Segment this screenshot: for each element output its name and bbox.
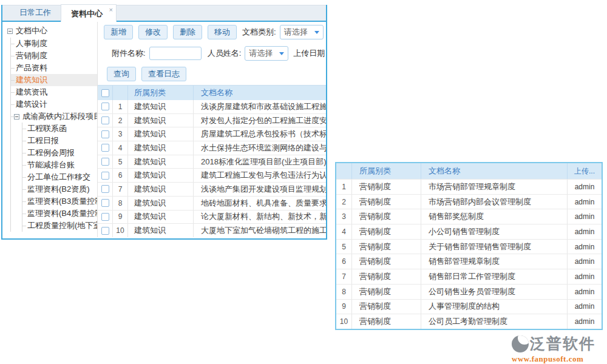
table-row[interactable]: 8 营销制度 公司销售业务员管理制度 admin bbox=[336, 284, 602, 299]
tree-item[interactable]: 工程例会周报 bbox=[22, 147, 97, 159]
tree-item-label: 工程日报 bbox=[27, 136, 59, 145]
tree-item[interactable]: 工程联系函 bbox=[22, 123, 97, 135]
tree-item[interactable]: 工程日报 bbox=[22, 135, 97, 147]
person-name-label: 人员姓名: bbox=[208, 48, 242, 59]
row-checkbox[interactable] bbox=[101, 103, 109, 110]
table-row[interactable]: 4 营销制度 小公司销售管理制度 admin bbox=[336, 224, 602, 239]
tree-item-label: 人事制度 bbox=[16, 39, 47, 48]
modify-button[interactable]: 修改 bbox=[138, 25, 168, 39]
row-uploader: admin bbox=[568, 300, 602, 314]
table-row[interactable]: 7 营销制度 销售部日常工作管理制度 admin bbox=[336, 269, 602, 284]
row-doc-name: 建筑工程施工发包与承包违法行为认定... bbox=[194, 169, 326, 182]
tree-item-label: 工程例会周报 bbox=[27, 148, 75, 157]
table-row[interactable]: 3 营销制度 销售部奖惩制度 admin bbox=[336, 209, 602, 224]
table-row[interactable]: 8 建筑知识 地砖地面材料、机具准备、质量要求及... bbox=[98, 197, 326, 211]
tree-item[interactable]: 工程质量控制(地下室) bbox=[22, 220, 97, 232]
table-row[interactable]: 1 营销制度 市场营销部管理规章制度 admin bbox=[336, 179, 602, 194]
row-checkbox[interactable] bbox=[101, 172, 109, 180]
action-row: 查询 查看日志 bbox=[107, 67, 192, 81]
tree-item[interactable]: 人事制度 bbox=[11, 38, 97, 50]
person-name-select[interactable]: 请选择 bbox=[245, 46, 288, 61]
row-category: 建筑知识 bbox=[128, 100, 194, 113]
tree-item[interactable]: 节能减排台账 bbox=[22, 159, 97, 171]
tab-bar: 日常工作 资料中心 × bbox=[2, 5, 326, 22]
row-checkbox[interactable] bbox=[101, 199, 109, 207]
row-category: 建筑知识 bbox=[128, 197, 194, 210]
move-button[interactable]: 移动 bbox=[208, 25, 237, 39]
row-uploader: admin bbox=[568, 240, 602, 254]
filter-row: 附件名称: 人员姓名: 请选择 上传日期 bbox=[112, 46, 326, 61]
row-category: 建筑知识 bbox=[128, 169, 194, 182]
query-button[interactable]: 查询 bbox=[107, 67, 136, 81]
table-body: 1 营销制度 市场营销部管理规章制度 admin 2 营销制度 市场营销部内部会… bbox=[336, 179, 602, 329]
row-checkbox[interactable] bbox=[101, 185, 109, 193]
row-checkbox[interactable] bbox=[101, 130, 109, 138]
row-category: 建筑知识 bbox=[128, 211, 194, 224]
table-row[interactable]: 2 营销制度 市场营销部内部会议管理制度 admin bbox=[336, 194, 602, 209]
table-row[interactable]: 2 建筑知识 对发包人指定分包的工程施工进度安排... bbox=[98, 114, 326, 128]
tree-item[interactable]: 产品资料 bbox=[11, 62, 97, 74]
fanpu-logo-url: www.fanpusoft.com bbox=[512, 354, 604, 364]
table-row[interactable]: 10 建筑知识 大厦地下室加气砼墙砌筑工程的施工方... bbox=[98, 224, 326, 237]
row-checkbox[interactable] bbox=[101, 227, 109, 235]
row-category: 营销制度 bbox=[352, 224, 421, 239]
row-category: 营销制度 bbox=[352, 254, 421, 269]
table-row[interactable]: 7 建筑知识 浅谈地产集团开发建设项目监理规划编... bbox=[98, 183, 326, 197]
tree-item[interactable]: 分工单位工作移交 bbox=[22, 171, 97, 183]
row-doc-name: 公司销售业务员管理制度 bbox=[421, 285, 568, 299]
table-row[interactable]: 5 建筑知识 2018标准化监理项目部(业主项目部)人员... bbox=[98, 155, 326, 169]
tree-item[interactable]: 营销制度 bbox=[11, 50, 97, 62]
row-checkbox[interactable] bbox=[101, 144, 109, 152]
tab-daily-work[interactable]: 日常工作 bbox=[10, 4, 61, 21]
row-category: 营销制度 bbox=[352, 314, 421, 329]
tab-data-center[interactable]: 资料中心 × bbox=[61, 4, 117, 22]
tree-item[interactable]: 监理资料(B4质量控制) bbox=[22, 207, 97, 220]
table-row[interactable]: 1 建筑知识 浅谈房屋建筑和市政基础设施工程施工... bbox=[98, 100, 326, 114]
tree-item[interactable]: 建筑资讯 bbox=[11, 86, 97, 98]
row-checkbox[interactable] bbox=[101, 158, 109, 166]
row-index: 9 bbox=[336, 300, 352, 314]
add-button[interactable]: 新增 bbox=[104, 25, 133, 39]
row-index: 6 bbox=[113, 169, 128, 182]
delete-button[interactable]: 删除 bbox=[173, 25, 202, 39]
row-doc-name: 小公司销售管理制度 bbox=[421, 224, 568, 239]
table-row[interactable]: 6 建筑知识 建筑工程施工发包与承包违法行为认定... bbox=[98, 169, 326, 183]
table-row[interactable]: 5 营销制度 关于销售部管理销售管理制度 admin bbox=[336, 239, 602, 254]
upload-date-label: 上传日期 bbox=[293, 48, 325, 59]
row-category: 建筑知识 bbox=[128, 155, 194, 169]
tree-item-project[interactable]: 成渝高铁内江标段项目 bbox=[11, 110, 97, 123]
tree-item[interactable]: 监理资料(B3质量控制) bbox=[22, 195, 97, 207]
view-log-button[interactable]: 查看日志 bbox=[141, 67, 186, 81]
collapse-icon[interactable] bbox=[14, 114, 19, 120]
close-tab-icon[interactable]: × bbox=[109, 7, 113, 13]
table-row[interactable]: 4 建筑知识 水土保持生态环境监测网络的建设与资... bbox=[98, 141, 326, 155]
tree-node-document-center[interactable]: 文档中心 bbox=[2, 24, 97, 38]
tree-item[interactable]: 监理资料(B2资质) bbox=[22, 183, 97, 195]
collapse-icon[interactable] bbox=[7, 29, 13, 34]
docname-column-header: 文档名称 bbox=[194, 86, 326, 100]
row-checkbox[interactable] bbox=[101, 213, 109, 221]
index-column-header bbox=[113, 86, 128, 100]
tree-item[interactable]: 建筑设计 bbox=[11, 98, 97, 110]
tree-children: 人事制度营销制度产品资料建筑知识建筑资讯建筑设计成渝高铁内江标段项目工程联系函工… bbox=[10, 38, 97, 232]
row-uploader: admin bbox=[568, 180, 602, 194]
table-row[interactable]: 9 建筑知识 论大厦新材料、新结构、新技术，新工... bbox=[98, 211, 326, 224]
table-row[interactable]: 6 营销制度 销售部管理规章制度 admin bbox=[336, 254, 602, 269]
select-all-checkbox[interactable] bbox=[101, 89, 109, 97]
row-checkbox[interactable] bbox=[101, 116, 109, 124]
table-row[interactable]: 9 营销制度 人事管理制度的结构 admin bbox=[336, 299, 602, 314]
row-category: 营销制度 bbox=[352, 240, 421, 254]
tree-children: 工程联系函工程日报工程例会周报节能减排台账分工单位工作移交监理资料(B2资质)监… bbox=[22, 123, 97, 232]
row-doc-name: 浅谈地产集团开发建设项目监理规划编... bbox=[194, 183, 326, 196]
doc-type-select[interactable]: 请选择 bbox=[280, 25, 324, 39]
table-row[interactable]: 3 建筑知识 房屋建筑工程总承包投标书（技术标）... bbox=[98, 127, 326, 141]
table-row[interactable]: 10 营销制度 公司员工考勤管理制度 admin bbox=[336, 314, 602, 329]
sidebar-tree: 文档中心 人事制度营销制度产品资料建筑知识建筑资讯建筑设计成渝高铁内江标段项目工… bbox=[2, 22, 98, 237]
row-doc-name: 房屋建筑工程总承包投标书（技术标）... bbox=[194, 127, 326, 141]
person-name-value: 请选择 bbox=[249, 48, 273, 59]
attachment-name-input[interactable] bbox=[149, 47, 202, 60]
row-index: 5 bbox=[113, 155, 128, 169]
row-index: 9 bbox=[113, 211, 128, 224]
tree-item[interactable]: 建筑知识 bbox=[11, 74, 97, 86]
row-doc-name: 销售部管理规章制度 bbox=[421, 254, 568, 269]
